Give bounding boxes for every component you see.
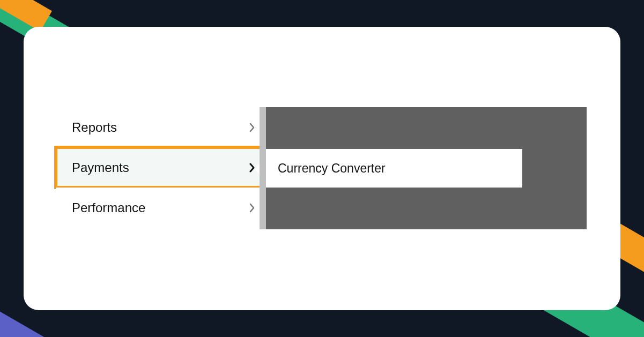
menu-item-label: Payments: [72, 160, 129, 175]
submenu-item-currency-converter[interactable]: Currency Converter: [266, 149, 522, 188]
submenu-panel: Currency Converter: [266, 107, 587, 229]
content-card: Reports Payments Performance: [24, 27, 620, 310]
submenu-pointer-icon: [254, 163, 260, 174]
menu-item-reports[interactable]: Reports: [56, 107, 273, 147]
submenu-item-label: Currency Converter: [278, 161, 386, 176]
chevron-right-icon: [247, 123, 257, 132]
side-menu: Reports Payments Performance: [56, 107, 273, 228]
menu-item-performance[interactable]: Performance: [56, 188, 273, 228]
submenu-gutter: [260, 107, 266, 229]
submenu-container: Currency Converter: [260, 107, 587, 229]
menu-item-payments[interactable]: Payments: [56, 147, 273, 188]
menu-item-label: Reports: [72, 120, 117, 135]
menu-item-label: Performance: [72, 200, 145, 215]
chevron-right-icon: [247, 203, 257, 213]
